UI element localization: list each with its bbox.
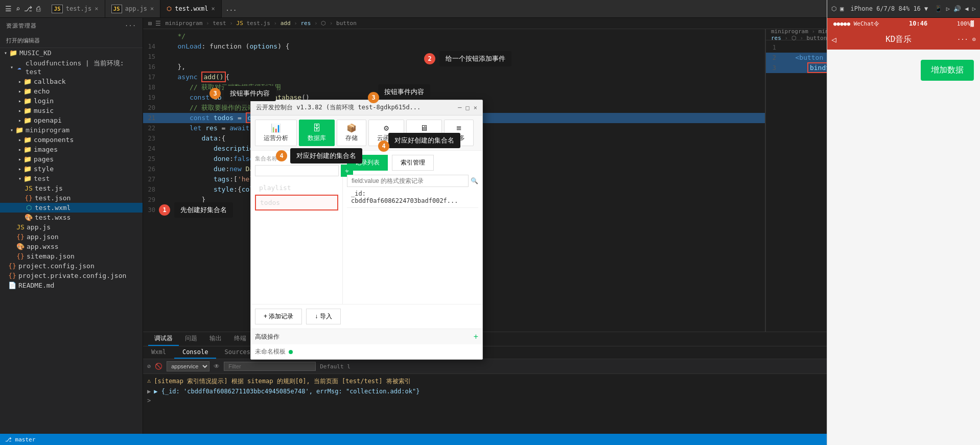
phone-app-title: KD音乐 [841,34,957,45]
wxml-file-icon: ⬡ [25,204,33,212]
sidebar-item-project[interactable]: ▾ 📁 MUSIC_KD [0,48,143,58]
menu-icon[interactable]: ☰ [5,5,12,13]
sidebar-item-appjson[interactable]: {} app.json [0,232,143,242]
json-file-icon: {} [25,194,33,202]
record-search-input[interactable] [347,175,469,187]
sidebar-item-appwxss[interactable]: 🎨 app.wxss [0,242,143,251]
collection-search-input[interactable] [255,165,339,176]
devtools-nav-analytics[interactable]: 📊 运营分析 [255,120,297,146]
git-icon[interactable]: ⎇ [24,5,32,13]
sidebar-item-components[interactable]: ▸ 📁 components [0,135,143,145]
sidebar-item-pages[interactable]: ▸ 📁 pages [0,154,143,164]
devtools-window-controls: ─ □ × [458,104,477,111]
status-bar-left: ⎇ master [5,436,35,443]
import-button[interactable]: ↓ 导入 [306,309,340,324]
search-icon[interactable]: ⌕ [16,5,20,13]
sidebar-item-miniprogram[interactable]: ▾ 📁 miniprogram [0,125,143,135]
tab-app-js[interactable]: JS app.js × [105,0,161,17]
breadcrumb-left-icons: ⊞ ☰ [148,20,161,27]
phone-menu-icon[interactable]: ··· [957,36,968,43]
tab-terminal[interactable]: 终端 [228,332,252,346]
js-file-icon: JS [25,184,33,192]
tabs-more-button[interactable]: ... [222,5,241,12]
advanced-label: 高级操作 [255,333,279,341]
console-clear-icon[interactable]: 🚫 [155,363,162,370]
phone-close-icon[interactable]: ⊙ [972,36,976,43]
sidebar-label-projectprivate: project.private.config.json [18,272,126,279]
add-record-button[interactable]: + 添加记录 [255,309,302,324]
sidebar-item-echo[interactable]: ▸ 📁 echo [0,86,143,96]
console-service-select[interactable]: appservice [167,361,209,371]
sidebar-item-testwxss[interactable]: 🎨 test.wxss [0,213,143,222]
save-icon[interactable]: ⎙ [36,5,40,13]
console-stop-icon: ⊘ [147,363,151,370]
folder-icon-login: 📁 [24,97,32,105]
warning-text: [sitemap 索引情况提示] 根据 sitemap 的规则[0], 当前页面… [154,377,411,386]
sidebar-label-echo: echo [34,87,50,95]
tab-close-appjs[interactable]: × [150,5,154,12]
devtools-left-panel: 集合名称 + playlist todos [251,151,343,304]
sidebar-more-icon[interactable]: ··· [125,22,136,29]
phone-content-area: 增加数据 [827,50,980,434]
chevron-expand-icon[interactable]: ▶ [147,388,151,395]
folder-icon-music: 📁 [24,107,32,114]
devtools-nav-database[interactable]: 🗄 数据库 [299,120,335,146]
add-data-button[interactable]: 增加数据 [921,60,974,81]
sidebar-item-test[interactable]: ▾ 📁 test [0,174,143,183]
sidebar-item-openapi[interactable]: ▸ 📁 openapi [0,115,143,125]
tab-close-testwxml[interactable]: × [211,5,215,12]
tab-close-testjs[interactable]: × [95,5,98,12]
sidebar-item-login[interactable]: ▸ 📁 login [0,96,143,106]
sub-tab-console[interactable]: Console [174,346,217,359]
chevron-right-icon7: ▸ [16,147,24,152]
sidebar-item-projectconfig[interactable]: {} project.config.json [0,261,143,271]
devtools-close-icon[interactable]: × [474,104,477,111]
sidebar-label-testwxml: test.wxml [35,204,71,212]
storage-icon: 📦 [346,123,357,133]
chevron-right-icon5: ▸ [16,118,24,123]
tab-test-wxml[interactable]: ⬡ test.wxml × [160,0,221,17]
chevron-right-icon3: ▸ [16,98,24,104]
sidebar-item-music[interactable]: ▸ 📁 music [0,106,143,115]
sidebar-item-callback[interactable]: ▸ 📁 callback [0,77,143,86]
devtools-nav-storage[interactable]: 📦 存储 [337,120,366,146]
tab-test-js[interactable]: JS test.js × [45,0,105,17]
tab-problems[interactable]: 问题 [179,332,203,346]
console-toggle-icon[interactable]: 👁 [214,363,220,370]
add-advanced-button[interactable]: + [474,332,478,341]
phone-time: 10:46 [909,20,927,27]
devtools-minimize-icon[interactable]: ─ [458,104,461,111]
console-filter-input[interactable] [224,362,316,371]
sidebar-item-projectprivate[interactable]: {} project.private.config.json [0,271,143,280]
folder-icon-mini: 📁 [15,126,24,134]
sidebar-label-style: style [34,165,54,173]
sidebar-item-sitemapjson[interactable]: {} sitemap.json [0,251,143,261]
sub-tab-wxml[interactable]: Wxml [143,346,174,359]
tab-output[interactable]: 输出 [203,332,228,346]
collection-item-playlist[interactable]: playlist [255,181,338,195]
phone-signal: ●●●●● WeChat令 [833,20,879,28]
devtools-advanced-section: 高级操作 + [251,329,482,344]
sidebar-item-readme[interactable]: 📄 README.md [0,280,143,290]
sidebar-item-testjs[interactable]: JS test.js [0,183,143,193]
devtools-nav-database-label: 数据库 [308,134,326,143]
back-icon[interactable]: ◁ [831,35,836,44]
sidebar-item-style[interactable]: ▸ 📁 style [0,164,143,174]
sidebar-label-projectconfig: project.config.json [18,262,95,270]
folder-icon-openapi: 📁 [24,116,32,124]
appjson-icon: {} [16,233,25,241]
devtools-content: 集合名称 + playlist todos 记录列表 索引管理 � [251,151,482,304]
record-item[interactable]: _id: cbddf0af6086224703badf002f... [347,187,478,208]
annotation-circle-2: 2 [424,53,435,64]
tab-debugger[interactable]: 调试器 [148,332,179,346]
devtools-restore-icon[interactable]: □ [466,104,470,111]
sidebar-item-testwxml[interactable]: ⬡ test.wxml [0,203,143,213]
index-management-button[interactable]: 索引管理 [392,155,434,171]
sidebar-item-testjson[interactable]: {} test.json [0,193,143,203]
collection-item-todos[interactable]: todos [255,195,338,210]
sidebar-item-images[interactable]: ▸ 📁 images [0,145,143,154]
devtools-titlebar: 云开发控制台 v1.3.82 (当前环境 test-8gdkp615d... ─… [251,100,482,115]
search-icon2: 🔍 [471,177,478,184]
sidebar-item-appjs[interactable]: JS app.js [0,222,143,232]
sidebar-item-cloudfunctions[interactable]: ▾ ☁ cloudfunctions | 当前环境: test [0,58,143,77]
